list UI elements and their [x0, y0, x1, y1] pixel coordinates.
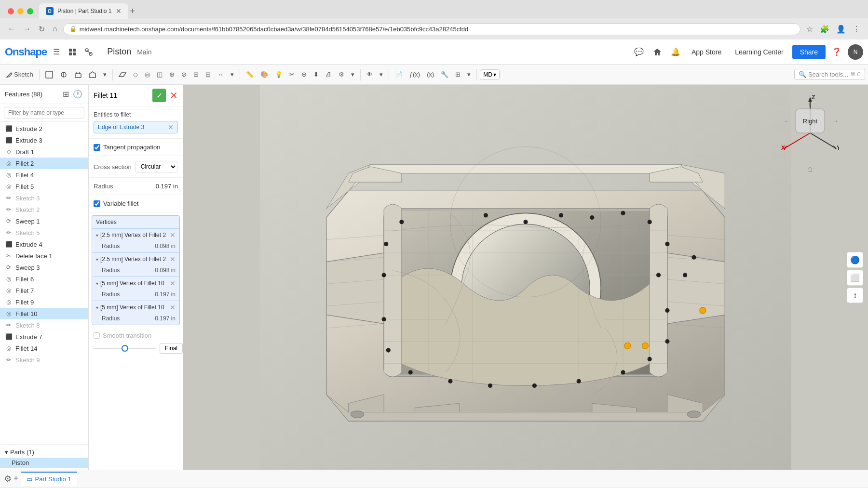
list-item[interactable]: ✏ Sketch 2: [0, 204, 88, 215]
parts-item-piston[interactable]: Piston: [0, 458, 88, 468]
pattern-button[interactable]: ⊞: [190, 69, 202, 80]
sketch-button[interactable]: Sketch: [3, 69, 36, 80]
versions-button[interactable]: [650, 45, 665, 59]
list-item[interactable]: ⟳ Sweep 3: [0, 262, 88, 273]
config-button[interactable]: ⊞: [452, 69, 463, 80]
tab-close-button[interactable]: ✕: [116, 7, 122, 15]
viewport[interactable]: Z Y X Right ↑ ← →: [183, 85, 868, 470]
list-item[interactable]: ⬛ Extrude 4: [0, 238, 88, 250]
add-tab-button[interactable]: +: [14, 474, 19, 484]
settings-bottom-button[interactable]: ⚙: [4, 474, 12, 484]
parts-header[interactable]: ▾ Parts (1): [0, 447, 88, 458]
view-more-button[interactable]: ▾: [377, 69, 386, 80]
more-button[interactable]: ▾: [100, 69, 109, 80]
list-item-fillet10[interactable]: ◎ Fillet 10: [0, 308, 88, 319]
tangent-propagation-checkbox[interactable]: [94, 144, 100, 151]
list-item[interactable]: ✂ Delete face 1: [0, 250, 88, 262]
custom-button[interactable]: 🔧: [438, 69, 451, 80]
section-button[interactable]: ✂: [286, 69, 298, 80]
move-button[interactable]: ↔: [215, 69, 227, 80]
extensions-button[interactable]: 🧩: [818, 23, 831, 36]
variable-fillet-checkbox[interactable]: [94, 200, 100, 207]
variable-fillet-row[interactable]: Variable fillet: [94, 200, 178, 207]
list-item[interactable]: ◎ Fillet 7: [0, 285, 88, 296]
measure-button[interactable]: 📏: [243, 69, 257, 80]
nav-cube-svg[interactable]: Z Y X Right ↑ ← →: [781, 94, 839, 167]
forward-button[interactable]: →: [21, 23, 33, 35]
back-button[interactable]: ←: [6, 23, 17, 35]
draft-button[interactable]: ◇: [130, 69, 141, 80]
smooth-transition-checkbox[interactable]: [94, 332, 100, 339]
features-expand-button[interactable]: ⊞: [62, 89, 70, 100]
learning-center-button[interactable]: Learning Center: [730, 45, 788, 59]
dialog-confirm-button[interactable]: ✓: [152, 89, 166, 102]
app-store-button[interactable]: App Store: [687, 45, 726, 59]
filter-input[interactable]: [4, 107, 84, 119]
maximize-button[interactable]: [27, 8, 33, 14]
list-item[interactable]: ✏ Sketch 8: [0, 319, 88, 331]
new-sketch-button[interactable]: [42, 69, 56, 80]
vertex-header-2[interactable]: ▾ [2.5 mm] Vertex of Fillet 2 ✕: [92, 253, 179, 265]
minimize-button[interactable]: [17, 8, 24, 14]
viewport-tool-3[interactable]: ↕: [847, 288, 863, 303]
vertex-header-4[interactable]: ▾ [5 mm] Vertex of Fillet 10 ✕: [92, 301, 179, 314]
split-button[interactable]: ⊘: [178, 69, 190, 80]
close-button[interactable]: [8, 8, 14, 14]
list-item[interactable]: ◎ Fillet 4: [0, 169, 88, 181]
vertex-header-1[interactable]: ▾ [2.5 mm] Vertex of Fillet 2 ✕: [92, 229, 179, 241]
mode-selector[interactable]: MD ▾: [480, 69, 500, 80]
render-button[interactable]: 💡: [272, 69, 285, 80]
vertex-close-4[interactable]: ✕: [170, 303, 176, 311]
grid-options-button[interactable]: [66, 46, 79, 58]
list-item[interactable]: ✏ Sketch 3: [0, 192, 88, 204]
search-tools[interactable]: 🔍 Search tools... ⌘ C: [794, 69, 865, 80]
vertex-close-2[interactable]: ✕: [170, 255, 176, 263]
chip-close-button[interactable]: ✕: [168, 123, 174, 131]
list-item[interactable]: ⬛ Extrude 2: [0, 123, 88, 134]
share-button[interactable]: Share: [792, 45, 826, 59]
insert-button[interactable]: ⊕: [298, 69, 310, 80]
boolean-button[interactable]: ⊕: [166, 69, 177, 80]
list-item[interactable]: ◎ Fillet 5: [0, 181, 88, 192]
download-button[interactable]: ⬇: [311, 69, 322, 80]
hamburger-menu[interactable]: ☰: [51, 45, 62, 59]
home-view-button[interactable]: ⌂: [807, 163, 813, 174]
list-item[interactable]: ◎ Fillet 14: [0, 343, 88, 354]
vertex-close-3[interactable]: ✕: [170, 279, 176, 287]
plane-button[interactable]: [116, 69, 129, 80]
extrude-button[interactable]: [71, 69, 85, 80]
user-avatar[interactable]: N: [848, 44, 863, 60]
shell-button[interactable]: [86, 69, 99, 80]
mirror-button[interactable]: ⊟: [203, 69, 214, 80]
active-tab[interactable]: O Piston | Part Studio 1 ✕: [39, 3, 128, 19]
print-button[interactable]: 🖨: [323, 69, 335, 80]
user-profile-button[interactable]: 👤: [834, 23, 848, 36]
viewport-tool-2[interactable]: ⬜: [847, 270, 863, 286]
chamfer-button[interactable]: ◫: [154, 69, 165, 80]
features-history-button[interactable]: 🕐: [72, 89, 83, 100]
transform-button[interactable]: [82, 46, 95, 58]
tangent-propagation-row[interactable]: Tangent propagation: [94, 144, 178, 151]
variable-button[interactable]: (x): [424, 69, 437, 80]
home-button[interactable]: ⌂: [51, 23, 59, 35]
appearance-button[interactable]: 🎨: [258, 69, 271, 80]
config-more-button[interactable]: ▾: [464, 69, 474, 80]
refresh-button[interactable]: ↻: [37, 23, 47, 36]
list-item[interactable]: ◎ Fillet 9: [0, 296, 88, 308]
view-options-button[interactable]: 👁: [364, 69, 376, 80]
dialog-cancel-button[interactable]: ✕: [170, 90, 178, 101]
vertex-close-1[interactable]: ✕: [170, 231, 176, 239]
notifications-button[interactable]: 🔔: [668, 45, 683, 59]
onshape-logo[interactable]: Onshape: [5, 46, 47, 58]
bottom-tab-part-studio[interactable]: ▭ Part Studio 1: [21, 472, 77, 486]
list-item[interactable]: ✏ Sketch 5: [0, 227, 88, 238]
function-button[interactable]: ƒ(x): [407, 69, 423, 80]
final-button[interactable]: Final: [160, 343, 183, 354]
list-item[interactable]: ⬛ Extrude 7: [0, 331, 88, 343]
new-tab-button[interactable]: +: [130, 3, 136, 19]
list-item[interactable]: ✏ Sketch 9: [0, 354, 88, 366]
settings-gear-button[interactable]: ⚙: [336, 69, 347, 80]
list-item-fillet2[interactable]: ◎ Fillet 2: [0, 158, 88, 169]
bookmark-button[interactable]: ☆: [804, 23, 815, 36]
menu-button[interactable]: ⋮: [851, 23, 862, 36]
